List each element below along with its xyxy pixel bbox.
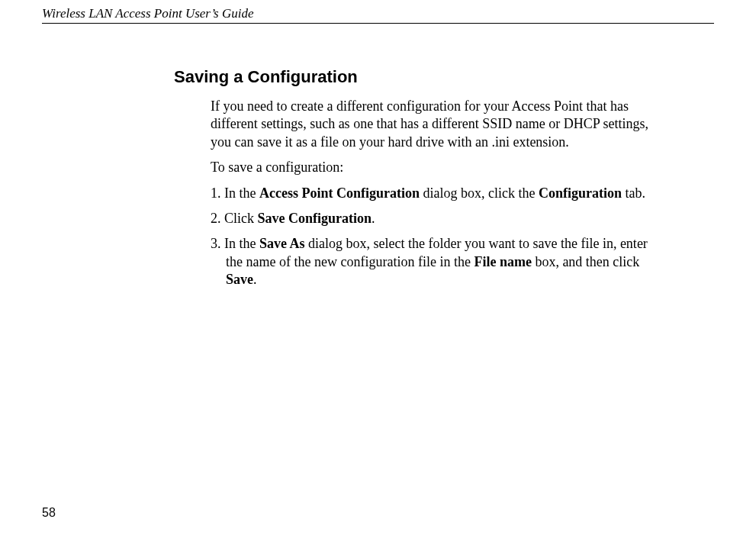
header-rule xyxy=(42,23,714,24)
step-3-bold-b: File name xyxy=(474,254,531,269)
step-1-bold-b: Configuration xyxy=(539,185,622,201)
intro-paragraph: If you need to create a different config… xyxy=(211,98,657,151)
step-2: 2. Click Save Configuration. xyxy=(211,210,657,227)
step-3-text-a: 3. In the xyxy=(211,236,259,251)
step-1-text-b: dialog box, click the xyxy=(420,185,539,201)
step-3-text-d: . xyxy=(253,272,257,287)
header-title: Wireless LAN Access Point User’s Guide xyxy=(42,6,254,21)
step-1-text-a: 1. In the xyxy=(211,185,259,201)
lead-paragraph: To save a configuration: xyxy=(211,159,657,176)
step-3-text-c: box, and then click xyxy=(532,254,639,269)
page-number: 58 xyxy=(42,506,56,520)
step-3-bold-c: Save xyxy=(226,272,253,287)
step-2-text-b: . xyxy=(372,211,375,226)
step-1-text-c: tab. xyxy=(622,185,645,201)
step-3: 3. In the Save As dialog box, select the… xyxy=(211,235,657,288)
step-2-bold-a: Save Configuration xyxy=(258,211,372,226)
step-3-bold-a: Save As xyxy=(259,236,305,251)
section-heading: Saving a Configuration xyxy=(174,67,657,87)
content-area: Saving a Configuration If you need to cr… xyxy=(174,67,657,297)
section-body: If you need to create a different config… xyxy=(211,98,657,289)
step-2-text-a: 2. Click xyxy=(211,211,258,226)
step-1: 1. In the Access Point Configuration dia… xyxy=(211,185,657,202)
page-header: Wireless LAN Access Point User’s Guide xyxy=(42,6,714,24)
step-1-bold-a: Access Point Configuration xyxy=(259,185,420,201)
